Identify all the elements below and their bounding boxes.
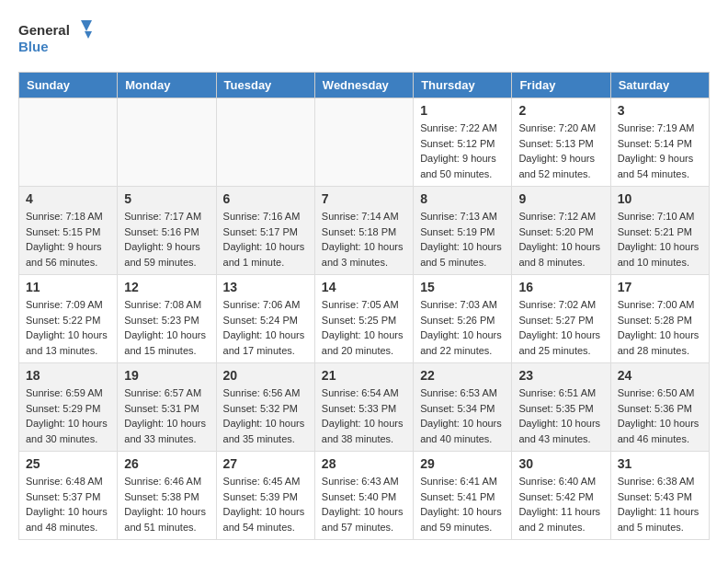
calendar-day-cell: 30Sunrise: 6:40 AMSunset: 5:42 PMDayligh… xyxy=(512,452,610,540)
day-info: Sunrise: 6:43 AMSunset: 5:40 PMDaylight:… xyxy=(322,474,406,534)
day-number: 25 xyxy=(26,456,110,471)
day-number: 6 xyxy=(223,191,308,206)
calendar-day-cell: 8Sunrise: 7:13 AMSunset: 5:19 PMDaylight… xyxy=(414,187,512,275)
calendar-day-cell: 27Sunrise: 6:45 AMSunset: 5:39 PMDayligh… xyxy=(216,452,314,540)
day-number: 28 xyxy=(322,456,406,471)
calendar-table: SundayMondayTuesdayWednesdayThursdayFrid… xyxy=(18,72,710,540)
day-info: Sunrise: 7:17 AMSunset: 5:16 PMDaylight:… xyxy=(124,209,209,270)
day-info: Sunrise: 7:12 AMSunset: 5:20 PMDaylight:… xyxy=(518,209,603,270)
day-info: Sunrise: 7:09 AMSunset: 5:22 PMDaylight:… xyxy=(26,297,110,358)
calendar-day-cell: 26Sunrise: 6:46 AMSunset: 5:38 PMDayligh… xyxy=(118,452,216,540)
day-number: 2 xyxy=(518,103,603,118)
day-number: 9 xyxy=(518,191,603,206)
calendar-day-cell: 19Sunrise: 6:57 AMSunset: 5:31 PMDayligh… xyxy=(118,363,216,452)
day-info: Sunrise: 7:13 AMSunset: 5:19 PMDaylight:… xyxy=(420,209,505,270)
calendar-day-cell: 4Sunrise: 7:18 AMSunset: 5:15 PMDaylight… xyxy=(19,187,118,275)
day-number: 24 xyxy=(618,368,702,383)
day-info: Sunrise: 7:18 AMSunset: 5:15 PMDaylight:… xyxy=(26,209,110,270)
day-number: 5 xyxy=(124,191,209,206)
day-number: 8 xyxy=(420,191,505,206)
calendar-day-cell: 9Sunrise: 7:12 AMSunset: 5:20 PMDaylight… xyxy=(512,187,610,275)
calendar-day-cell: 12Sunrise: 7:08 AMSunset: 5:23 PMDayligh… xyxy=(118,275,216,363)
day-info: Sunrise: 7:03 AMSunset: 5:26 PMDaylight:… xyxy=(420,297,505,358)
calendar-day-cell: 15Sunrise: 7:03 AMSunset: 5:26 PMDayligh… xyxy=(414,275,512,363)
day-info: Sunrise: 6:57 AMSunset: 5:31 PMDaylight:… xyxy=(124,385,209,446)
svg-marker-2 xyxy=(81,20,92,31)
calendar-day-cell: 31Sunrise: 6:38 AMSunset: 5:43 PMDayligh… xyxy=(610,452,709,540)
day-header-saturday: Saturday xyxy=(610,73,709,98)
calendar-day-cell: 16Sunrise: 7:02 AMSunset: 5:27 PMDayligh… xyxy=(512,275,610,363)
calendar-week-row: 18Sunrise: 6:59 AMSunset: 5:29 PMDayligh… xyxy=(19,363,710,452)
day-number: 18 xyxy=(26,368,110,383)
day-info: Sunrise: 6:41 AMSunset: 5:41 PMDaylight:… xyxy=(420,474,505,534)
day-number: 23 xyxy=(518,368,603,383)
calendar-day-cell: 21Sunrise: 6:54 AMSunset: 5:33 PMDayligh… xyxy=(314,363,413,452)
day-header-monday: Monday xyxy=(118,73,216,98)
calendar-day-cell: 11Sunrise: 7:09 AMSunset: 5:22 PMDayligh… xyxy=(19,275,118,363)
calendar-week-row: 25Sunrise: 6:48 AMSunset: 5:37 PMDayligh… xyxy=(19,452,710,540)
calendar-day-cell: 5Sunrise: 7:17 AMSunset: 5:16 PMDaylight… xyxy=(118,187,216,275)
day-info: Sunrise: 6:46 AMSunset: 5:38 PMDaylight:… xyxy=(124,474,209,534)
calendar-day-cell xyxy=(216,98,314,187)
day-number: 1 xyxy=(420,103,505,118)
day-number: 29 xyxy=(420,456,505,471)
calendar-day-cell: 25Sunrise: 6:48 AMSunset: 5:37 PMDayligh… xyxy=(19,452,118,540)
calendar-day-cell: 7Sunrise: 7:14 AMSunset: 5:18 PMDaylight… xyxy=(314,187,413,275)
page-header: General Blue xyxy=(18,18,710,57)
day-info: Sunrise: 7:05 AMSunset: 5:25 PMDaylight:… xyxy=(322,297,406,358)
calendar-day-cell: 22Sunrise: 6:53 AMSunset: 5:34 PMDayligh… xyxy=(414,363,512,452)
day-header-friday: Friday xyxy=(512,73,610,98)
day-info: Sunrise: 7:00 AMSunset: 5:28 PMDaylight:… xyxy=(618,297,702,358)
calendar-day-cell: 18Sunrise: 6:59 AMSunset: 5:29 PMDayligh… xyxy=(19,363,118,452)
day-info: Sunrise: 7:22 AMSunset: 5:12 PMDaylight:… xyxy=(420,121,505,181)
day-info: Sunrise: 6:59 AMSunset: 5:29 PMDaylight:… xyxy=(26,385,110,446)
svg-marker-3 xyxy=(85,31,92,39)
day-number: 20 xyxy=(223,368,308,383)
calendar-day-cell: 2Sunrise: 7:20 AMSunset: 5:13 PMDaylight… xyxy=(512,98,610,187)
day-number: 10 xyxy=(618,191,702,206)
calendar-day-cell: 10Sunrise: 7:10 AMSunset: 5:21 PMDayligh… xyxy=(610,187,709,275)
day-info: Sunrise: 6:40 AMSunset: 5:42 PMDaylight:… xyxy=(518,474,603,534)
day-number: 19 xyxy=(124,368,209,383)
day-number: 22 xyxy=(420,368,505,383)
day-number: 12 xyxy=(124,280,209,294)
day-info: Sunrise: 6:54 AMSunset: 5:33 PMDaylight:… xyxy=(322,385,406,446)
day-header-thursday: Thursday xyxy=(414,73,512,98)
logo: General Blue xyxy=(18,18,92,57)
calendar-day-cell: 28Sunrise: 6:43 AMSunset: 5:40 PMDayligh… xyxy=(314,452,413,540)
day-number: 21 xyxy=(322,368,406,383)
logo-svg: General Blue xyxy=(18,18,92,57)
day-number: 11 xyxy=(26,280,110,294)
calendar-day-cell: 3Sunrise: 7:19 AMSunset: 5:14 PMDaylight… xyxy=(610,98,709,187)
day-info: Sunrise: 6:45 AMSunset: 5:39 PMDaylight:… xyxy=(223,474,308,534)
day-info: Sunrise: 7:19 AMSunset: 5:14 PMDaylight:… xyxy=(618,121,702,181)
day-info: Sunrise: 6:53 AMSunset: 5:34 PMDaylight:… xyxy=(420,385,505,446)
day-info: Sunrise: 7:16 AMSunset: 5:17 PMDaylight:… xyxy=(223,209,308,270)
day-number: 26 xyxy=(124,456,209,471)
day-info: Sunrise: 7:20 AMSunset: 5:13 PMDaylight:… xyxy=(518,121,603,181)
day-number: 27 xyxy=(223,456,308,471)
calendar-day-cell: 23Sunrise: 6:51 AMSunset: 5:35 PMDayligh… xyxy=(512,363,610,452)
day-header-wednesday: Wednesday xyxy=(314,73,413,98)
calendar-week-row: 4Sunrise: 7:18 AMSunset: 5:15 PMDaylight… xyxy=(19,187,710,275)
calendar-week-row: 1Sunrise: 7:22 AMSunset: 5:12 PMDaylight… xyxy=(19,98,710,187)
calendar-day-cell: 14Sunrise: 7:05 AMSunset: 5:25 PMDayligh… xyxy=(314,275,413,363)
day-number: 7 xyxy=(322,191,406,206)
day-info: Sunrise: 7:02 AMSunset: 5:27 PMDaylight:… xyxy=(518,297,603,358)
day-number: 4 xyxy=(26,191,110,206)
day-number: 31 xyxy=(618,456,702,471)
day-number: 3 xyxy=(618,103,702,118)
day-info: Sunrise: 6:48 AMSunset: 5:37 PMDaylight:… xyxy=(26,474,110,534)
day-info: Sunrise: 7:14 AMSunset: 5:18 PMDaylight:… xyxy=(322,209,406,270)
day-info: Sunrise: 7:10 AMSunset: 5:21 PMDaylight:… xyxy=(618,209,702,270)
day-info: Sunrise: 7:08 AMSunset: 5:23 PMDaylight:… xyxy=(124,297,209,358)
day-info: Sunrise: 6:56 AMSunset: 5:32 PMDaylight:… xyxy=(223,385,308,446)
day-info: Sunrise: 6:50 AMSunset: 5:36 PMDaylight:… xyxy=(618,385,702,446)
svg-text:General: General xyxy=(18,22,70,38)
svg-text:Blue: Blue xyxy=(18,39,49,54)
day-info: Sunrise: 6:51 AMSunset: 5:35 PMDaylight:… xyxy=(518,385,603,446)
day-number: 15 xyxy=(420,280,505,294)
calendar-day-cell: 1Sunrise: 7:22 AMSunset: 5:12 PMDaylight… xyxy=(414,98,512,187)
calendar-header-row: SundayMondayTuesdayWednesdayThursdayFrid… xyxy=(19,73,710,98)
calendar-day-cell: 20Sunrise: 6:56 AMSunset: 5:32 PMDayligh… xyxy=(216,363,314,452)
